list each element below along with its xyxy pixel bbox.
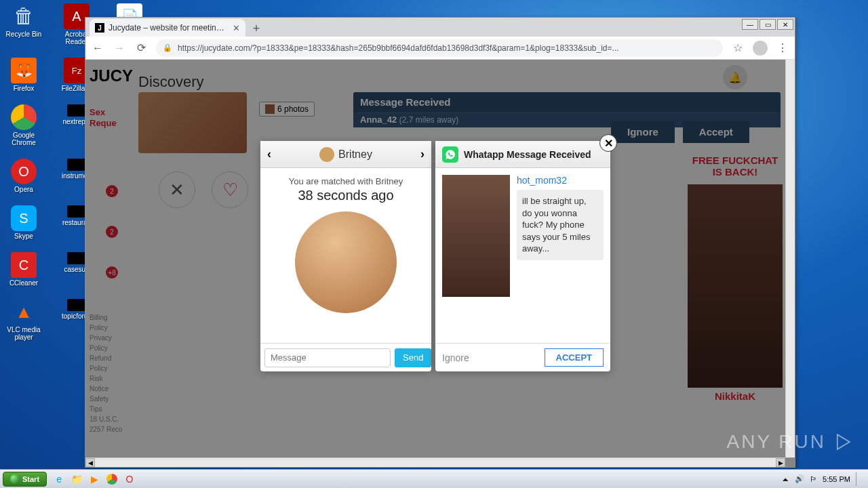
watermark: ANY RUN: [726, 430, 854, 454]
taskbar-explorer-icon[interactable]: 📁: [70, 472, 83, 486]
whatsapp-photo: [442, 175, 510, 297]
flag-icon[interactable]: 🏳: [810, 475, 817, 483]
whatsapp-icon: [442, 146, 458, 163]
tab-bar: J Jucydate – website for meetings! C ✕ +: [85, 18, 795, 37]
forward-button[interactable]: →: [113, 42, 126, 54]
whatsapp-message: ill be straight up, do you wonna fuck? M…: [517, 190, 604, 260]
maximize-button[interactable]: ▭: [760, 19, 776, 30]
system-tray: ⏶ 🔊 🏳 5:55 PM: [782, 472, 865, 486]
skype-icon[interactable]: SSkype: [3, 205, 44, 240]
match-name: Britney: [338, 148, 372, 161]
tab-close-icon[interactable]: ✕: [233, 23, 240, 33]
new-tab-button[interactable]: +: [248, 20, 264, 37]
taskbar-media-icon[interactable]: ▶: [87, 472, 101, 486]
star-icon[interactable]: ☆: [731, 41, 745, 54]
vlc-icon[interactable]: ▲VLC media player: [3, 299, 44, 341]
message-input[interactable]: [264, 348, 391, 367]
chrome-window: — ▭ ✕ J Jucydate – website for meetings!…: [85, 17, 795, 468]
lock-icon: 🔒: [163, 43, 172, 52]
match-popup: ‹ Britney › You are matched with Britney…: [260, 141, 431, 371]
tray-icon[interactable]: ⏶: [782, 475, 789, 483]
chrome-icon[interactable]: Google Chrome: [3, 104, 44, 146]
page-content: JUCY Discovery 🔔 Sex Reque 2 2 +8 Billin…: [85, 60, 795, 467]
tab-title: Jucydate – website for meetings! C: [108, 23, 229, 33]
taskbar-opera-icon[interactable]: O: [123, 472, 136, 486]
whatsapp-accept-button[interactable]: ACCEPT: [545, 348, 604, 367]
recycle-bin-icon[interactable]: 🗑Recycle Bin: [3, 3, 44, 45]
whatsapp-ignore-button[interactable]: Ignore: [442, 352, 469, 363]
opera-icon[interactable]: OOpera: [3, 159, 44, 193]
sound-icon[interactable]: 🔊: [795, 474, 804, 483]
send-button[interactable]: Send: [395, 348, 431, 367]
chevron-left-icon[interactable]: ‹: [267, 147, 271, 161]
whatsapp-title: Whatapp Message Received: [464, 149, 591, 160]
clock[interactable]: 5:55 PM: [823, 475, 850, 483]
match-text: You are matched with Britney: [289, 176, 403, 186]
vertical-scrollbar[interactable]: [785, 60, 795, 458]
match-time: 38 seconds ago: [298, 188, 393, 203]
ccleaner-icon[interactable]: CCCleaner: [3, 252, 44, 287]
favicon-icon: J: [95, 23, 104, 33]
url-text: https://jucydate.com/?p=18333&pe=18333&h…: [178, 43, 619, 53]
horizontal-scrollbar[interactable]: ◀▶: [85, 458, 785, 467]
browser-tab[interactable]: J Jucydate – website for meetings! C ✕: [90, 19, 245, 37]
chevron-right-icon[interactable]: ›: [420, 147, 425, 161]
taskbar-chrome-icon[interactable]: [105, 472, 119, 486]
menu-icon[interactable]: ⋮: [776, 41, 789, 54]
desktop: 🗑Recycle Bin AAcrobat Reader 📄 🦊Firefox …: [0, 0, 868, 488]
back-button[interactable]: ←: [91, 42, 104, 54]
svg-marker-0: [837, 434, 850, 449]
address-bar: ← → ⟳ 🔒 https://jucydate.com/?p=18333&pe…: [85, 37, 795, 60]
firefox-icon[interactable]: 🦊Firefox: [3, 58, 44, 92]
whatsapp-username[interactable]: hot_mom32: [517, 175, 604, 186]
taskbar: Start e 📁 ▶ O ⏶ 🔊 🏳 5:55 PM: [0, 469, 868, 488]
whatsapp-popup: ✕ Whatapp Message Received hot_mom32 ill…: [435, 141, 610, 371]
reload-button[interactable]: ⟳: [134, 41, 148, 54]
avatar: [319, 147, 334, 162]
close-icon[interactable]: ✕: [599, 134, 617, 152]
match-photo: [295, 211, 397, 313]
taskbar-ie-icon[interactable]: e: [52, 472, 66, 486]
minimize-button[interactable]: —: [742, 19, 758, 30]
url-input[interactable]: 🔒 https://jucydate.com/?p=18333&pe=18333…: [156, 39, 723, 57]
close-window-button[interactable]: ✕: [777, 19, 793, 30]
show-desktop[interactable]: [856, 472, 865, 486]
start-button[interactable]: Start: [3, 472, 47, 487]
profile-icon[interactable]: [753, 41, 768, 56]
